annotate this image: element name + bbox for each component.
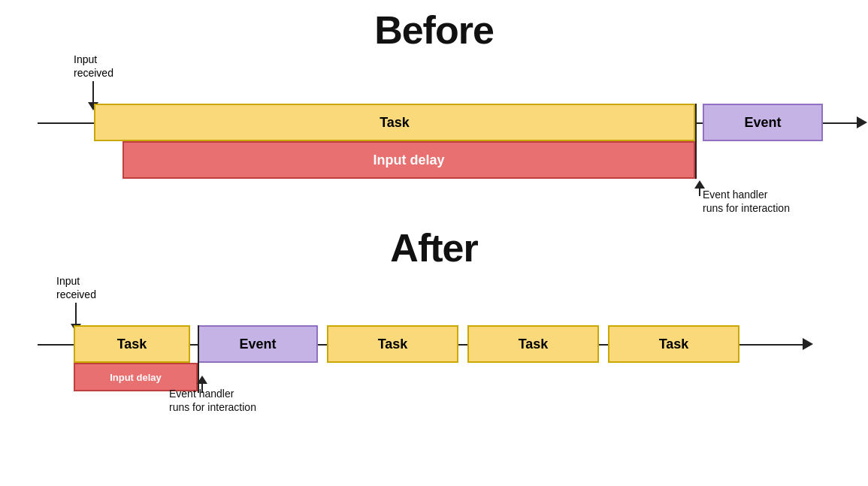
after-line-3 — [458, 344, 467, 346]
before-event-block: Event — [703, 104, 823, 141]
after-input-received-label: Inputreceived — [56, 274, 96, 301]
after-task4-block: Task — [608, 325, 739, 363]
after-timeline-line-left — [38, 344, 74, 346]
after-line-1 — [190, 344, 198, 346]
after-line-5 — [739, 344, 807, 346]
after-solid-line — [198, 325, 199, 393]
after-line-4 — [599, 344, 608, 346]
before-title: Before — [374, 8, 494, 52]
diagram-container: Before Inputreceived Task Event — [0, 0, 868, 486]
after-line-2 — [318, 344, 327, 346]
after-section: After Inputreceived Task Event Task — [15, 225, 853, 458]
after-event-block: Event — [198, 325, 318, 363]
before-input-delay-block: Input delay — [122, 141, 695, 179]
after-task1-block: Task — [74, 325, 190, 363]
after-task3-block: Task — [467, 325, 599, 363]
after-event-handler-label: Event handlerruns for interaction — [169, 387, 256, 414]
before-timeline-line-right — [823, 122, 860, 124]
before-timeline-arrow — [857, 116, 867, 128]
before-input-received-label: Inputreceived — [74, 53, 113, 80]
before-section: Before Inputreceived Task Event — [15, 8, 853, 225]
before-timeline-line-left — [38, 122, 94, 124]
after-task2-block: Task — [327, 325, 458, 363]
before-solid-line — [695, 104, 697, 179]
after-title: After — [390, 226, 477, 270]
before-event-handler-label: Event handlerruns for interaction — [703, 188, 790, 215]
before-task-block: Task — [94, 104, 695, 141]
after-timeline-arrow — [803, 338, 813, 350]
